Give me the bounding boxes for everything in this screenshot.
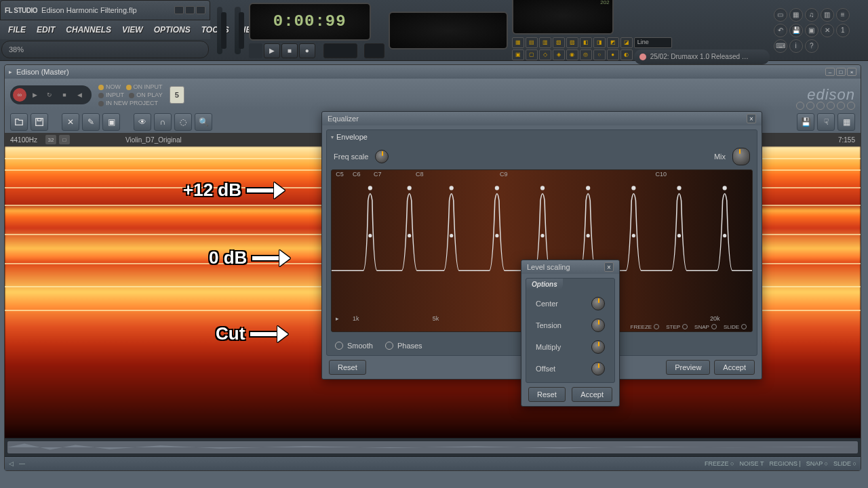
- view-icon[interactable]: [827, 102, 835, 110]
- mode-freeze[interactable]: FREEZE: [631, 324, 660, 330]
- browser-icon[interactable]: ▥: [821, 8, 834, 22]
- view-icon[interactable]: [837, 102, 845, 110]
- multiply-knob[interactable]: [591, 340, 605, 354]
- footer-snap[interactable]: SNAP ○: [806, 460, 828, 467]
- save-icon[interactable]: 💾: [789, 24, 803, 37]
- snap-select[interactable]: Line: [634, 37, 672, 48]
- smooth-checkbox[interactable]: Smooth: [335, 342, 373, 350]
- cut-icon[interactable]: ✕: [62, 113, 79, 131]
- menu-file[interactable]: FILE: [3, 22, 31, 37]
- onekey-icon[interactable]: 1: [836, 24, 850, 37]
- close-icon[interactable]: ×: [604, 262, 614, 272]
- mode-snap[interactable]: SNAP: [694, 324, 717, 330]
- play-button[interactable]: ▶: [264, 43, 280, 58]
- stop-button[interactable]: ■: [58, 88, 71, 102]
- minimize-button[interactable]: [174, 6, 184, 14]
- news-ticker[interactable]: 25/02: Drumaxx 1.0 Released …: [634, 49, 770, 64]
- keyboard-icon[interactable]: ⌨: [774, 39, 787, 53]
- wand-icon[interactable]: ✎: [82, 113, 100, 131]
- pattern-display[interactable]: [323, 43, 357, 58]
- collapse-icon[interactable]: ▸: [9, 68, 12, 75]
- stereo-chip[interactable]: □: [59, 135, 70, 144]
- edison-close-button[interactable]: ×: [847, 68, 856, 76]
- zoom-icon[interactable]: 🔍: [195, 113, 212, 131]
- edison-max-button[interactable]: □: [836, 68, 846, 76]
- shortcut-btn[interactable]: ◐: [620, 49, 633, 60]
- envelope-panel-header[interactable]: ▾ Envelope: [327, 130, 757, 144]
- info-icon[interactable]: i: [789, 39, 803, 53]
- mode-slide[interactable]: SLIDE: [724, 324, 747, 330]
- footer-marker-icon[interactable]: ◁: [9, 460, 14, 467]
- footer-slide[interactable]: SLIDE ○: [833, 460, 856, 467]
- tempo-display[interactable]: [364, 43, 384, 58]
- shortcut-btn[interactable]: ▥: [539, 37, 551, 48]
- shortcut-btn[interactable]: ▧: [553, 37, 565, 48]
- preview-button[interactable]: Preview: [666, 360, 710, 375]
- close-icon[interactable]: ×: [747, 114, 756, 123]
- view-icon[interactable]: [816, 102, 825, 110]
- shortcut-btn[interactable]: ▨: [566, 37, 578, 48]
- edison-titlebar[interactable]: ▸ Edison (Master) – □ ×: [5, 65, 861, 79]
- footer-regions[interactable]: REGIONS |: [769, 460, 800, 467]
- playlist-icon[interactable]: ▭: [774, 8, 787, 22]
- play-button[interactable]: ▶: [28, 88, 41, 102]
- view-icon[interactable]: [796, 102, 804, 110]
- back-button[interactable]: ◀: [73, 88, 86, 102]
- timecode-display[interactable]: 0:00:99: [249, 3, 371, 41]
- select-icon[interactable]: ◌: [174, 113, 192, 131]
- visualizer-display[interactable]: [389, 12, 508, 49]
- pattern-song-switch[interactable]: [249, 43, 262, 58]
- shortcut-btn[interactable]: ▦: [512, 37, 524, 48]
- level-scaling-titlebar[interactable]: Level scaling ×: [521, 260, 619, 274]
- waveform-overview[interactable]: [5, 438, 861, 457]
- menu-channels[interactable]: CHANNELS: [60, 22, 117, 37]
- edison-min-button[interactable]: –: [825, 68, 835, 76]
- undo-icon[interactable]: ↶: [774, 24, 787, 37]
- stop-button[interactable]: ■: [281, 43, 298, 58]
- record-button[interactable]: ●: [299, 43, 315, 58]
- pianoroll-icon[interactable]: ♫: [805, 8, 818, 22]
- save-icon[interactable]: [31, 113, 48, 131]
- eye-icon[interactable]: 👁: [134, 113, 151, 131]
- view-icon[interactable]: [806, 102, 814, 110]
- shortcut-btn[interactable]: ▤: [526, 37, 538, 48]
- headphones-icon[interactable]: ∩: [154, 113, 172, 131]
- footer-noise[interactable]: NOISE T: [740, 460, 764, 467]
- reset-button[interactable]: Reset: [528, 387, 566, 402]
- menu-options[interactable]: OPTIONS: [149, 22, 196, 37]
- footer-freeze[interactable]: FREEZE ○: [705, 460, 734, 467]
- shortcut-btn[interactable]: ◧: [580, 37, 592, 48]
- settings-icon[interactable]: ✕: [821, 24, 834, 37]
- shortcut-btn[interactable]: ◨: [593, 37, 606, 48]
- phases-checkbox[interactable]: Phases: [385, 342, 422, 350]
- offset-knob[interactable]: [591, 362, 605, 375]
- grid-icon[interactable]: ▦: [837, 113, 855, 131]
- shortcut-btn[interactable]: ▣: [512, 49, 524, 60]
- loop-button[interactable]: ↻: [43, 88, 56, 102]
- hand-icon[interactable]: ☟: [817, 113, 835, 131]
- maximize-button[interactable]: [185, 6, 195, 14]
- record-arm-button[interactable]: ∞: [13, 88, 26, 102]
- shortcut-btn[interactable]: ◈: [553, 49, 565, 60]
- equalizer-titlebar[interactable]: Equalizer ×: [322, 112, 762, 125]
- accept-button[interactable]: Accept: [572, 387, 612, 402]
- shortcut-btn[interactable]: ◇: [539, 49, 551, 60]
- help-icon[interactable]: ?: [805, 39, 818, 53]
- shortcut-btn[interactable]: ▢: [526, 49, 538, 60]
- stepseq-icon[interactable]: ▦: [789, 8, 803, 22]
- close-button[interactable]: [196, 6, 205, 14]
- tension-knob[interactable]: [591, 319, 605, 332]
- footer-zoom-icon[interactable]: —: [19, 460, 25, 467]
- shortcut-btn[interactable]: ◉: [566, 49, 578, 60]
- view-icon[interactable]: [847, 102, 855, 110]
- shortcut-btn[interactable]: ●: [607, 49, 619, 60]
- mix-knob[interactable]: [732, 148, 750, 165]
- render-icon[interactable]: ▣: [805, 24, 818, 37]
- mode-step[interactable]: STEP: [666, 324, 688, 330]
- shortcut-btn[interactable]: ◪: [620, 37, 633, 48]
- master-pitch-slider[interactable]: [235, 7, 240, 54]
- accept-button[interactable]: Accept: [714, 360, 755, 375]
- menu-view[interactable]: VIEW: [117, 22, 149, 37]
- menu-edit[interactable]: EDIT: [31, 22, 60, 37]
- stamp-icon[interactable]: ▣: [102, 113, 120, 131]
